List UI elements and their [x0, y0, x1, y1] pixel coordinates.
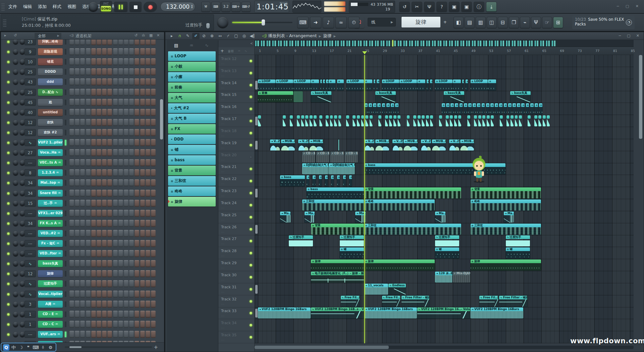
step-cell[interactable] — [97, 40, 101, 45]
step-cell[interactable] — [135, 139, 139, 146]
playlist-clip[interactable]: ≡ — [526, 103, 529, 114]
track-led[interactable] — [250, 264, 252, 267]
track-led[interactable] — [250, 336, 252, 339]
channel-button[interactable]: 旋律 — [38, 270, 63, 277]
step-cell[interactable] — [86, 280, 91, 287]
arrangement-minimap[interactable] — [255, 40, 634, 47]
step-cell[interactable] — [75, 291, 79, 298]
oscilloscope[interactable] — [292, 1, 321, 13]
step-cell[interactable] — [69, 260, 74, 267]
playlist-clip[interactable]: ⇥ MUB..07 — [432, 139, 446, 151]
step-cell[interactable] — [118, 200, 123, 207]
playlist-clip[interactable]: ⇥ Ma..top — [305, 212, 315, 223]
step-cell[interactable] — [86, 210, 91, 217]
pause-button[interactable] — [114, 2, 127, 12]
picker-pattern-14[interactable]: ≡咚咚 — [168, 186, 216, 196]
step-cell[interactable] — [151, 129, 156, 136]
menu-item-2[interactable]: 添加 — [35, 0, 50, 13]
master-volume-slider[interactable] — [324, 7, 345, 12]
playlist-clip[interactable]: ≡ — [477, 103, 480, 114]
channel-mute-led[interactable] — [7, 141, 10, 144]
menu-item-4[interactable]: 视图 — [64, 0, 79, 13]
track-options-dots[interactable]: ··· — [221, 291, 225, 294]
step-cell[interactable] — [97, 301, 101, 308]
track-options-dots[interactable]: ··· — [221, 243, 225, 246]
step-cell[interactable] — [102, 270, 107, 277]
playlist-clip[interactable]: ≡ — [455, 103, 458, 114]
step-cell[interactable] — [140, 48, 145, 55]
step-cell[interactable] — [118, 58, 123, 65]
step-cell[interactable] — [75, 210, 79, 217]
track-options-dots[interactable]: ··· — [221, 75, 225, 78]
step-cell[interactable] — [75, 179, 79, 186]
menu-item-0[interactable]: 文件 — [5, 0, 20, 13]
step-cell[interactable] — [107, 58, 112, 65]
channel-mute-led[interactable] — [7, 313, 10, 316]
picker-pattern-11[interactable]: ≡bass — [168, 155, 216, 165]
step-cell[interactable] — [86, 159, 91, 166]
step-cell[interactable] — [113, 321, 118, 328]
step-cell[interactable] — [102, 200, 107, 207]
channel-mute-led[interactable] — [7, 283, 10, 285]
channel-volume-knob[interactable] — [20, 281, 25, 286]
step-cell[interactable] — [129, 210, 134, 217]
step-cell[interactable] — [80, 230, 85, 237]
bpm-display[interactable]: 132.000 ▲▼ — [160, 2, 195, 11]
channel-filter-select[interactable]: 全部▶ — [35, 33, 61, 39]
track-mode-audio-icon[interactable]: ♒ — [238, 49, 240, 53]
rack-header-icon-2[interactable]: ▦ — [149, 33, 153, 38]
step-cell[interactable] — [97, 89, 101, 96]
picker-pattern-2[interactable]: ≡小鼓 — [168, 62, 216, 71]
channel-pan-knob[interactable] — [13, 69, 18, 74]
step-cell[interactable] — [135, 301, 139, 308]
channel-pan-knob[interactable] — [13, 40, 18, 44]
step-cell[interactable] — [140, 159, 145, 166]
step-cell[interactable] — [146, 78, 150, 85]
step-cell[interactable] — [80, 260, 85, 267]
step-cell[interactable] — [140, 331, 145, 338]
track-header[interactable]: Track 29··· — [218, 259, 255, 271]
song-mode-button[interactable]: SONG — [101, 6, 111, 11]
channel-volume-knob[interactable] — [20, 271, 25, 276]
step-cell[interactable] — [107, 220, 112, 227]
step-cell[interactable] — [86, 250, 91, 257]
track-led[interactable] — [250, 180, 252, 182]
step-cell[interactable] — [102, 260, 107, 267]
channel-button[interactable]: VUF..ars ♒ — [38, 331, 63, 338]
channel-position-box[interactable]: 45 — [24, 99, 36, 106]
step-cell[interactable] — [69, 149, 74, 156]
paint-tool-icon[interactable]: ✐ — [192, 33, 200, 39]
step-cell[interactable] — [146, 169, 150, 176]
playlist-clip[interactable]: ⇥ V..29 — [449, 139, 460, 151]
step-cell[interactable] — [80, 129, 85, 136]
step-cell[interactable] — [91, 149, 96, 156]
channel-button[interactable]: ddd — [38, 78, 63, 85]
step-cell[interactable] — [135, 68, 139, 75]
step-cell[interactable] — [91, 220, 96, 227]
audio-clip-small[interactable] — [500, 115, 503, 126]
step-cell[interactable] — [91, 68, 96, 75]
track-start-handle[interactable] — [255, 141, 258, 150]
channel-button[interactable]: D..配合 ∿ — [38, 89, 63, 96]
playlist-clip[interactable]: ≡ 前奏 — [258, 91, 293, 102]
playlist-clip[interactable]: ≡ 背景 — [471, 187, 541, 198]
playlist-clip[interactable]: ≡ — [391, 103, 394, 114]
step-cell[interactable] — [102, 40, 107, 45]
picker-pattern-8[interactable]: ≡FX — [168, 124, 216, 134]
step-cell[interactable] — [97, 139, 101, 146]
step-cell[interactable] — [118, 179, 123, 186]
step-cell[interactable] — [151, 68, 156, 75]
playlist-clip[interactable]: ⇥ Ma..top — [280, 212, 290, 223]
step-cell[interactable] — [86, 99, 91, 106]
track-led[interactable] — [250, 84, 252, 86]
track-options-dots[interactable]: ··· — [221, 255, 225, 258]
typing-keyboard-icon[interactable]: ⌨+ — [231, 2, 240, 12]
step-cell[interactable] — [113, 169, 118, 176]
playlist-clip[interactable]: ≡ — [462, 79, 464, 91]
step-cell[interactable] — [69, 250, 74, 257]
channel-volume-knob[interactable] — [20, 251, 25, 256]
step-cell[interactable] — [102, 210, 107, 217]
step-cell[interactable] — [118, 280, 123, 287]
channel-volume-knob[interactable] — [20, 302, 25, 307]
channel-pan-knob[interactable] — [13, 231, 18, 236]
